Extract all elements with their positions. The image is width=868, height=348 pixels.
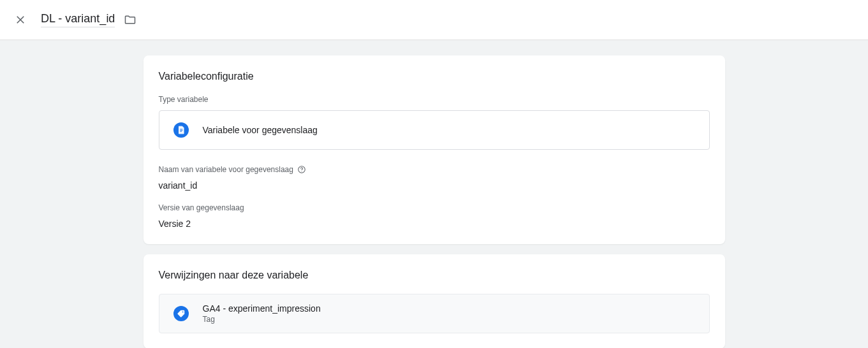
page-title[interactable]: DL - variant_id [41,12,115,27]
variable-name-label: Naam van variabele voor gegevenslaag [159,165,710,174]
variable-config-card: Variabeleconfiguratie Type variabele Var… [143,55,725,244]
cards-column: Variabeleconfiguratie Type variabele Var… [143,55,725,348]
reference-name: GA4 - experiment_impression [203,303,321,314]
close-icon [15,14,26,25]
version-label: Versie van gegevenslaag [159,203,710,212]
variable-name-value: variant_id [159,180,710,191]
variable-type-value: Variabele voor gegevenslaag [203,125,318,135]
type-label: Type variabele [159,95,710,104]
help-icon[interactable] [297,165,306,174]
folder-icon[interactable] [124,13,136,26]
title-wrap: DL - variant_id [41,12,136,27]
variable-name-label-text: Naam van variabele voor gegevenslaag [159,165,293,174]
tag-icon [173,306,189,321]
version-field: Versie van gegevenslaag Versie 2 [159,203,710,229]
close-button[interactable] [13,12,28,27]
data-layer-icon [173,122,189,138]
modal-header: DL - variant_id [0,0,868,40]
reference-row[interactable]: GA4 - experiment_impression Tag [159,294,710,333]
reference-type: Tag [203,315,321,324]
references-card: Verwijzingen naar deze variabele GA4 - e… [143,254,725,348]
variable-name-field: Naam van variabele voor gegevenslaag var… [159,165,710,191]
version-value: Versie 2 [159,219,710,229]
variable-type-selector[interactable]: Variabele voor gegevenslaag [159,110,710,150]
reference-text: GA4 - experiment_impression Tag [203,303,321,324]
svg-point-6 [301,171,302,171]
references-card-title: Verwijzingen naar deze variabele [159,270,710,281]
config-card-title: Variabeleconfiguratie [159,71,710,82]
content-area: Variabeleconfiguratie Type variabele Var… [0,40,868,348]
svg-point-7 [182,311,183,312]
